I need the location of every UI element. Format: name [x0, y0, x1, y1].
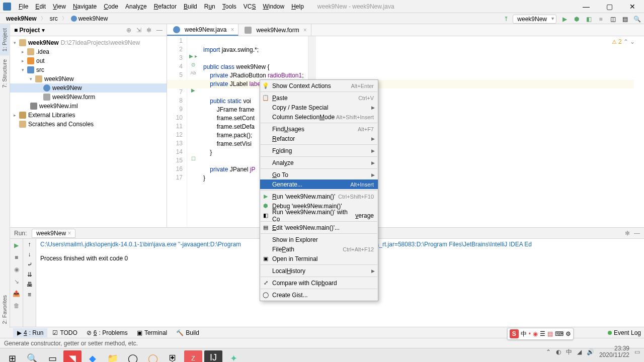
clear-icon[interactable]: ≡	[28, 291, 31, 298]
search-everywhere-icon[interactable]: 🔍	[633, 15, 641, 23]
tray-ime-icon[interactable]: 中	[566, 348, 572, 356]
tray-wifi-icon[interactable]: ◢	[577, 348, 582, 355]
bottom-tab-terminal[interactable]: ▣ Terminal	[133, 328, 171, 337]
menu-build[interactable]: Build	[180, 2, 201, 12]
tree-form-file[interactable]: week9New.form	[10, 93, 167, 102]
ctx-generate[interactable]: Generate...Alt+Insert	[260, 179, 378, 189]
ctx-run-coverage[interactable]: ◧Run 'week9New.main()' with Coverage	[260, 211, 378, 220]
menu-code[interactable]: Code	[100, 2, 122, 12]
ctx-show-explorer[interactable]: Show in Explorer	[260, 235, 378, 244]
close-tab-icon[interactable]: ×	[303, 27, 307, 34]
breadcrumb-src[interactable]: src	[48, 15, 60, 23]
project-structure-icon[interactable]: ▤	[621, 15, 629, 23]
start-button[interactable]: ⊞	[3, 350, 21, 363]
tray-icon[interactable]: ◐	[556, 348, 561, 355]
editor-tab-form[interactable]: week9New.form×	[238, 24, 311, 36]
hide-icon[interactable]: —	[634, 230, 640, 237]
up-icon[interactable]: ↑	[28, 241, 31, 248]
debug-button[interactable]: ⬢	[573, 15, 581, 23]
rerun-icon[interactable]: ▶	[12, 241, 21, 250]
dump-icon[interactable]: ◉	[12, 265, 21, 274]
pin-icon[interactable]: 📤	[12, 289, 21, 298]
notifications-icon[interactable]: ▭	[634, 348, 640, 355]
tree-root[interactable]: ▾week9NewD:\27IdeaProjects\week9New	[10, 38, 167, 47]
ctx-find-usages[interactable]: Find UsagesAlt+F7	[260, 124, 378, 134]
run-config-selector[interactable]: week9New	[513, 15, 556, 24]
tray-clock[interactable]: 23:39 2020/11/22	[599, 345, 629, 358]
breadcrumb-root[interactable]: week9New	[4, 15, 39, 23]
sogou-ime-bar[interactable]: S 中 • ◉ ☰ ▤ ⌨ ⚙	[507, 328, 574, 340]
bottom-tab-todo[interactable]: ☑ TODO	[48, 328, 81, 337]
menu-navigate[interactable]: Navigate	[69, 2, 100, 12]
settings-icon[interactable]: ✻	[146, 27, 151, 34]
tree-scratches[interactable]: Scratches and Consoles	[10, 120, 167, 129]
taskbar-app[interactable]: ✦	[224, 350, 243, 363]
ctx-refactor[interactable]: Refactor▶	[260, 134, 378, 143]
menu-vcs[interactable]: VCS	[240, 2, 260, 12]
ctx-analyze[interactable]: Analyze▶	[260, 158, 378, 167]
taskbar-app[interactable]: Z	[184, 350, 202, 363]
run-button[interactable]: ▶	[560, 15, 569, 23]
ctx-run[interactable]: ▶Run 'week9New.main()'Ctrl+Shift+F10	[260, 192, 378, 201]
menu-refactor[interactable]: Refactor	[150, 2, 180, 12]
ctx-show-context-actions[interactable]: 💡Show Context ActionsAlt+Enter	[260, 81, 378, 90]
inspection-summary[interactable]: ⚠ 2 ⌃ ⌄	[612, 38, 635, 45]
expand-all-icon[interactable]: ⇲	[136, 27, 141, 34]
tree-idea[interactable]: ▸.idea	[10, 47, 167, 56]
ctx-paste[interactable]: 📋PasteCtrl+V	[260, 93, 378, 103]
scroll-icon[interactable]: ⇊	[27, 271, 32, 278]
tool-tab-structure[interactable]: 7: Structure	[0, 55, 9, 92]
tray-volume-icon[interactable]: 🔊	[587, 348, 594, 355]
ctx-go-to[interactable]: Go To▶	[260, 170, 378, 179]
menu-file[interactable]: File	[15, 2, 32, 12]
stop-icon[interactable]: ■	[12, 253, 21, 262]
ctx-copy-paste-special[interactable]: Copy / Paste Special▶	[260, 103, 378, 112]
ctx-column-selection[interactable]: Column Selection ModeAlt+Shift+Insert	[260, 112, 378, 122]
tree-class-file[interactable]: week9New	[10, 83, 167, 93]
tool-tab-favorites[interactable]: 2: Favorites	[0, 291, 9, 328]
run-tab[interactable]: week9New ×	[32, 229, 75, 238]
bottom-tab-build[interactable]: 🔨 Build	[172, 328, 203, 337]
settings-icon[interactable]: ✻	[625, 230, 630, 237]
task-view-icon[interactable]: ▭	[43, 350, 61, 363]
taskbar-app[interactable]: ◆	[84, 350, 102, 363]
ctx-compare-clipboard[interactable]: ⤢Compare with Clipboard	[260, 278, 378, 288]
locate-icon[interactable]: ⊕	[126, 27, 131, 34]
file-explorer-icon[interactable]: 📁	[104, 350, 122, 363]
print-icon[interactable]: 🖶	[27, 281, 33, 288]
tray-icon[interactable]: ⌃	[546, 348, 551, 355]
ctx-local-history[interactable]: Local History▶	[260, 266, 378, 276]
maximize-button[interactable]: ▢	[598, 0, 621, 13]
close-tab-icon[interactable]: ×	[230, 26, 234, 33]
editor-tab-java[interactable]: week9New.java×	[167, 24, 238, 36]
tree-src[interactable]: ▾src	[10, 65, 167, 74]
menu-run[interactable]: Run	[201, 2, 219, 12]
menu-tools[interactable]: Tools	[219, 2, 240, 12]
menu-help[interactable]: Help	[288, 2, 307, 12]
breadcrumb-class[interactable]: week9New	[69, 15, 110, 23]
project-tree[interactable]: ▾week9NewD:\27IdeaProjects\week9New ▸.id…	[10, 36, 167, 227]
code-editor[interactable]: 1234567891011121314151617 ▶ ▸⊙Ab▶☐ impor…	[167, 36, 644, 227]
close-button[interactable]: ✕	[621, 0, 644, 13]
menu-analyze[interactable]: Analyze	[122, 2, 150, 12]
menu-view[interactable]: View	[49, 2, 69, 12]
bottom-tab-problems[interactable]: ⊘ 6: Problems	[83, 328, 132, 337]
hide-icon[interactable]: —	[156, 27, 163, 34]
editor-gutter[interactable]: ▶ ▸⊙Ab▶☐	[187, 36, 199, 227]
tool-tab-project[interactable]: 1: Project	[0, 24, 9, 55]
intellij-icon[interactable]: IJ	[204, 350, 222, 363]
vcs-icon[interactable]: ◫	[609, 15, 617, 23]
bottom-tab-run[interactable]: ▶ 4: Run	[13, 328, 47, 337]
tree-iml-file[interactable]: week9New.iml	[10, 102, 167, 111]
tree-out[interactable]: ▸out	[10, 56, 167, 65]
ctx-edit-config[interactable]: ▤Edit 'week9New.main()'...	[260, 223, 378, 232]
menu-window[interactable]: Window	[259, 2, 288, 12]
menu-edit[interactable]: Edit	[32, 2, 49, 12]
search-icon[interactable]: 🔍	[23, 350, 41, 363]
trash-icon[interactable]: 🗑	[12, 301, 21, 310]
taskbar-app[interactable]: ◥	[63, 350, 82, 363]
ctx-folding[interactable]: Folding▶	[260, 146, 378, 155]
event-log[interactable]: Event Log	[608, 329, 641, 336]
ctx-open-terminal[interactable]: ▣Open in Terminal	[260, 254, 378, 263]
stop-button[interactable]: ■	[597, 15, 605, 23]
